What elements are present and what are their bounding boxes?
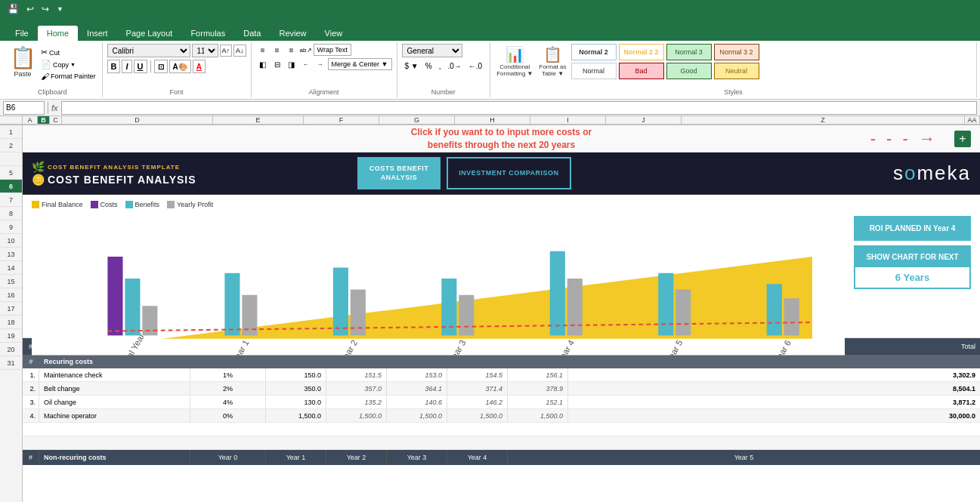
conditional-formatting-button[interactable]: 📊 Conditional Formatting ▼ <box>495 44 534 79</box>
roi-planned-button[interactable]: ROI PLANNED IN Year 4 <box>854 216 971 241</box>
clipboard-label: Clipboard <box>3 88 102 96</box>
svg-rect-14 <box>333 268 348 336</box>
orientation-button[interactable]: ab↗ <box>299 44 313 56</box>
decimal-decrease-button[interactable]: ←.0 <box>465 60 485 72</box>
legend-yearly-profit-icon <box>167 201 175 208</box>
formula-input[interactable] <box>61 101 977 115</box>
costs-benefit-analysis-button[interactable]: COSTS BENEFITANALYSIS <box>357 157 441 189</box>
indent-increase-button[interactable]: → <box>314 58 327 70</box>
row-num-9: 9 <box>0 220 22 234</box>
tab-page-layout[interactable]: Page Layout <box>117 26 182 41</box>
style-normal2-button[interactable]: Normal 2 <box>571 44 617 60</box>
paste-button[interactable]: 📋 Paste <box>8 44 38 78</box>
name-box[interactable] <box>3 101 45 115</box>
show-chart-button[interactable]: SHOW CHART FOR NEXT <box>855 247 969 267</box>
save-button[interactable]: 💾 <box>6 2 20 16</box>
row-num-20: 20 <box>0 343 22 356</box>
bold-button[interactable]: B <box>107 60 121 73</box>
number-format-select[interactable]: General Number Currency Percentage <box>402 44 462 57</box>
col-header-i[interactable]: I <box>530 116 606 124</box>
row4-y5: 1,500.0 <box>508 409 568 422</box>
col-header-e[interactable]: E <box>213 116 304 124</box>
tab-formulas[interactable]: Formulas <box>181 26 234 41</box>
col-header-b[interactable]: B <box>38 116 50 124</box>
style-neutral-button[interactable]: Neutral <box>714 63 759 79</box>
style-normal3-button[interactable]: Normal 3 <box>666 44 712 60</box>
col-header-j[interactable]: J <box>606 116 682 124</box>
style-good-button[interactable]: Good <box>666 63 712 79</box>
row4-name: Machine operator <box>39 409 190 422</box>
add-more-button[interactable]: + <box>954 131 971 147</box>
row-num-14: 14 <box>0 261 22 275</box>
font-decrease-button[interactable]: A↓ <box>233 45 246 57</box>
svg-rect-19 <box>567 279 583 335</box>
format-as-table-button[interactable]: 📋 Format as Table ▼ <box>538 44 568 79</box>
row3-y3: 140.6 <box>387 396 447 408</box>
copy-button[interactable]: 📄 Copy ▼ <box>39 59 97 70</box>
merge-center-button[interactable]: Merge & Center ▼ <box>328 58 392 70</box>
style-bad-button[interactable]: Bad <box>619 63 664 79</box>
customize-qa-button[interactable]: ▼ <box>55 4 65 14</box>
coin-icon: 🪙 <box>32 174 45 186</box>
font-family-select[interactable]: Calibri <box>107 44 190 57</box>
currency-button[interactable]: $ ▼ <box>402 60 422 72</box>
wrap-text-button[interactable]: Wrap Text <box>314 44 351 56</box>
row4-y2: 1,500.0 <box>326 409 387 422</box>
col-header-c[interactable]: C <box>50 116 62 124</box>
style-normal-button[interactable]: Normal <box>571 63 617 79</box>
indent-decrease-button[interactable]: ← <box>299 58 313 70</box>
nr-year5: Year 5 <box>508 450 980 465</box>
tab-file[interactable]: File <box>6 26 38 41</box>
row1-num: 1. <box>23 368 39 381</box>
investment-comparison-button[interactable]: INVESTMENT COMPARISON <box>447 157 570 189</box>
row-num-8: 8 <box>0 207 22 220</box>
tab-insert[interactable]: Insert <box>78 26 117 41</box>
row-numbers-column: 1 2 5 6 7 8 9 10 13 14 15 16 17 18 19 20… <box>0 125 23 502</box>
align-left-button[interactable]: ◧ <box>256 58 270 70</box>
row3-num: 3. <box>23 396 39 408</box>
fill-color-button[interactable]: A🎨 <box>169 60 191 73</box>
spreadsheet-header: 🌿 COST BENEFIT ANALYSIS TEMPLATE 🪙 COST … <box>23 152 980 195</box>
tab-home[interactable]: Home <box>38 26 78 41</box>
format-painter-button[interactable]: 🖌 Format Painter <box>39 71 97 82</box>
style-normal22-button[interactable]: Normal 2 2 <box>619 44 664 60</box>
undo-button[interactable]: ↩ <box>25 2 36 16</box>
align-right-button[interactable]: ◨ <box>285 58 298 70</box>
style-normal32-button[interactable]: Normal 3 2 <box>714 44 759 60</box>
font-color-button[interactable]: A <box>193 60 206 73</box>
tab-data[interactable]: Data <box>234 26 270 41</box>
align-top-center-button[interactable]: ≡ <box>271 44 284 56</box>
tab-view[interactable]: View <box>316 26 352 41</box>
decimal-increase-button[interactable]: .0→ <box>444 60 464 72</box>
align-top-left-button[interactable]: ≡ <box>256 44 270 56</box>
font-increase-button[interactable]: A↑ <box>220 45 233 57</box>
border-button[interactable]: ⊡ <box>154 60 168 73</box>
col-header-f[interactable]: F <box>304 116 379 124</box>
cut-button[interactable]: ✂ Cut <box>39 47 97 58</box>
alignment-label: Alignment <box>252 88 397 96</box>
font-size-select[interactable]: 11 <box>192 44 218 57</box>
someka-logo: someka <box>893 162 971 185</box>
row1-y4: 154.5 <box>447 368 508 381</box>
row4-pct: 0% <box>190 409 266 422</box>
col-header-d[interactable]: D <box>62 116 213 124</box>
legend-final-balance-icon <box>32 201 39 208</box>
row-num-18: 18 <box>0 316 22 329</box>
col-header-z[interactable]: Z <box>682 116 965 124</box>
italic-button[interactable]: I <box>122 60 131 73</box>
col-header-aa[interactable]: AA <box>965 116 980 124</box>
align-center-button[interactable]: ⊟ <box>271 58 284 70</box>
col-header-a[interactable]: A <box>23 116 38 124</box>
redo-button[interactable]: ↪ <box>40 2 51 16</box>
legend-costs: Costs <box>91 201 118 208</box>
align-top-right-button[interactable]: ≡ <box>285 44 298 56</box>
col-header-h[interactable]: H <box>455 116 530 124</box>
col-header-g[interactable]: G <box>379 116 455 124</box>
recurring-label: Recuring costs <box>39 358 97 365</box>
underline-button[interactable]: U <box>134 60 147 73</box>
comma-button[interactable]: , <box>436 60 444 72</box>
tab-review[interactable]: Review <box>270 26 315 41</box>
percent-button[interactable]: % <box>422 60 435 72</box>
svg-rect-23 <box>784 298 799 335</box>
row-num-5: 5 <box>0 166 22 180</box>
